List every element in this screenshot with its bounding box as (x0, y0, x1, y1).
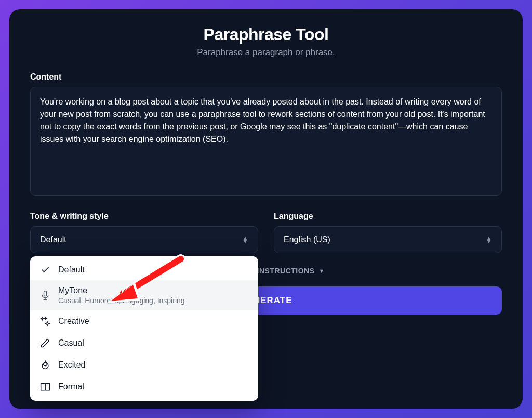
tone-option-casual[interactable]: Casual (30, 332, 258, 354)
language-column: Language English (US) ▲▼ (274, 212, 502, 253)
tone-option-label: MyTone (58, 286, 185, 295)
tone-option-mytone[interactable]: MyTone Casual, Humorous, Engaging, Inspi… (30, 280, 258, 310)
tone-option-label: Casual (58, 338, 84, 348)
tone-dropdown: Default MyTone Casual, Humorous, Engagin… (30, 256, 258, 401)
flame-icon (39, 360, 51, 370)
microphone-icon (39, 290, 51, 301)
tone-option-sublabel: Casual, Humorous, Engaging, Inspiring (58, 296, 185, 305)
tool-card: Paraphrase Tool Paraphrase a paragraph o… (9, 9, 523, 409)
language-selected-value: English (US) (284, 235, 330, 244)
page-subtitle: Paraphrase a paragraph or phrase. (30, 47, 502, 58)
tone-selected-value: Default (40, 235, 66, 244)
tone-option-label: Formal (58, 382, 84, 391)
select-updown-icon: ▲▼ (242, 237, 248, 243)
tone-option-default[interactable]: Default (30, 259, 258, 280)
tone-column: Tone & writing style Default ▲▼ Default (30, 212, 258, 253)
select-updown-icon: ▲▼ (486, 237, 492, 243)
chevron-down-icon: ▼ (319, 268, 325, 274)
sparkles-icon (39, 316, 51, 326)
check-icon (39, 265, 51, 275)
page-title: Paraphrase Tool (30, 25, 502, 44)
content-label: Content (30, 72, 502, 82)
tone-option-label: Default (58, 265, 85, 275)
pencil-icon (39, 338, 51, 348)
language-select[interactable]: English (US) ▲▼ (274, 226, 502, 253)
content-textarea[interactable] (30, 87, 502, 196)
tone-option-label: Excited (58, 360, 85, 370)
tone-label: Tone & writing style (30, 212, 258, 221)
tone-option-excited[interactable]: Excited (30, 354, 258, 376)
tone-option-label: Creative (58, 317, 89, 326)
tone-option-creative[interactable]: Creative (30, 310, 258, 332)
language-label: Language (274, 212, 502, 221)
tone-select[interactable]: Default ▲▼ (30, 226, 258, 253)
tone-option-formal[interactable]: Formal (30, 376, 258, 398)
svg-rect-0 (44, 291, 47, 296)
book-icon (39, 382, 51, 392)
